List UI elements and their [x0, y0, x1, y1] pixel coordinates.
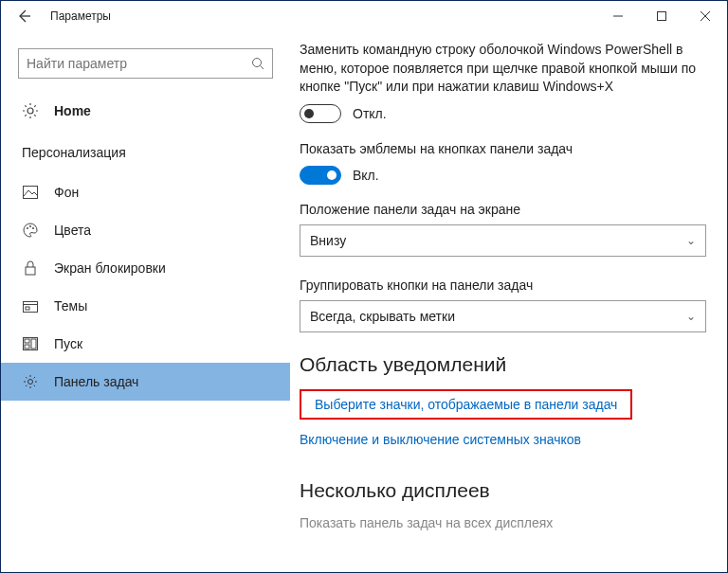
chevron-down-icon: ⌄: [686, 310, 696, 323]
window-title: Параметры: [50, 9, 111, 23]
titlebar: Параметры: [1, 1, 727, 31]
label-group-buttons: Группировать кнопки на панели задач: [300, 278, 706, 293]
sidebar-item-themes[interactable]: Темы: [1, 287, 290, 325]
toggle-powershell[interactable]: [300, 104, 341, 123]
sidebar-item-label: Фон: [54, 185, 79, 200]
sidebar-item-label: Экран блокировки: [54, 260, 166, 276]
link-select-taskbar-icons[interactable]: Выберите значки, отображаемые в панели з…: [300, 389, 632, 420]
chevron-down-icon: ⌄: [686, 234, 696, 247]
sidebar-item-colors[interactable]: Цвета: [1, 211, 290, 249]
section-multiple-displays: Несколько дисплеев: [300, 479, 706, 502]
select-value: Внизу: [310, 233, 346, 248]
label-taskbar-position: Положение панели задач на экране: [300, 202, 706, 217]
sidebar-home-label: Home: [54, 103, 91, 118]
sidebar-category: Персонализация: [1, 130, 290, 166]
svg-line-34: [34, 377, 35, 378]
minimize-button[interactable]: [596, 1, 640, 31]
svg-point-17: [29, 225, 31, 227]
palette-icon: [22, 222, 39, 239]
sidebar-item-background[interactable]: Фон: [1, 173, 290, 211]
setting-desc-all-displays: Показать панель задач на всех дисплеях: [300, 515, 706, 530]
main-panel: Заменить командную строку оболочкой Wind…: [290, 31, 727, 572]
start-icon: [22, 335, 39, 352]
select-value: Всегда, скрывать метки: [310, 309, 455, 324]
sidebar-item-label: Цвета: [54, 223, 91, 238]
svg-line-14: [25, 115, 27, 116]
back-button[interactable]: [1, 9, 46, 24]
sidebar-item-lockscreen[interactable]: Экран блокировки: [1, 249, 290, 287]
toggle-label-off: Откл.: [353, 106, 387, 121]
sidebar-home[interactable]: Home: [1, 92, 290, 130]
search-box[interactable]: [18, 48, 273, 79]
maximize-button[interactable]: [640, 1, 683, 31]
svg-line-13: [34, 105, 36, 107]
svg-rect-19: [26, 267, 35, 275]
select-group-buttons[interactable]: Всегда, скрывать метки ⌄: [300, 300, 706, 332]
sidebar-item-taskbar[interactable]: Панель задач: [1, 363, 290, 401]
section-notification-area: Область уведомлений: [300, 353, 706, 376]
sidebar-item-label: Темы: [54, 298, 87, 313]
sidebar-item-label: Пуск: [54, 336, 82, 351]
sidebar-item-label: Панель задач: [54, 374, 138, 389]
link-system-icons[interactable]: Включение и выключение системных значков: [300, 432, 581, 447]
toggle-label-on: Вкл.: [353, 168, 379, 183]
svg-rect-25: [25, 345, 29, 349]
close-button[interactable]: [683, 1, 727, 31]
sidebar-item-start[interactable]: Пуск: [1, 325, 290, 363]
svg-rect-22: [26, 307, 29, 310]
search-input[interactable]: [19, 56, 244, 71]
svg-line-32: [26, 377, 27, 378]
svg-rect-1: [658, 12, 666, 21]
svg-point-27: [28, 380, 33, 385]
svg-line-33: [34, 385, 35, 386]
toggle-badges[interactable]: [300, 166, 341, 185]
lock-icon: [22, 260, 39, 277]
select-taskbar-position[interactable]: Внизу ⌄: [300, 224, 706, 257]
themes-icon: [22, 297, 39, 314]
svg-line-12: [34, 115, 36, 116]
gear-icon: [22, 102, 39, 119]
svg-line-35: [26, 385, 27, 386]
svg-line-5: [261, 66, 264, 70]
svg-point-6: [27, 108, 33, 114]
gear-icon: [22, 373, 39, 390]
svg-point-4: [253, 59, 262, 67]
image-icon: [22, 184, 39, 201]
svg-rect-24: [25, 339, 29, 343]
setting-desc-powershell: Заменить командную строку оболочкой Wind…: [300, 41, 706, 97]
svg-point-16: [27, 227, 28, 229]
svg-line-11: [25, 105, 27, 107]
search-icon: [244, 57, 272, 70]
svg-point-18: [32, 227, 34, 229]
sidebar: Home Персонализация Фон Цвета Экран блок…: [1, 31, 290, 572]
setting-desc-badges: Показать эмблемы на кнопках панели задач: [300, 140, 706, 159]
svg-rect-26: [31, 339, 36, 349]
